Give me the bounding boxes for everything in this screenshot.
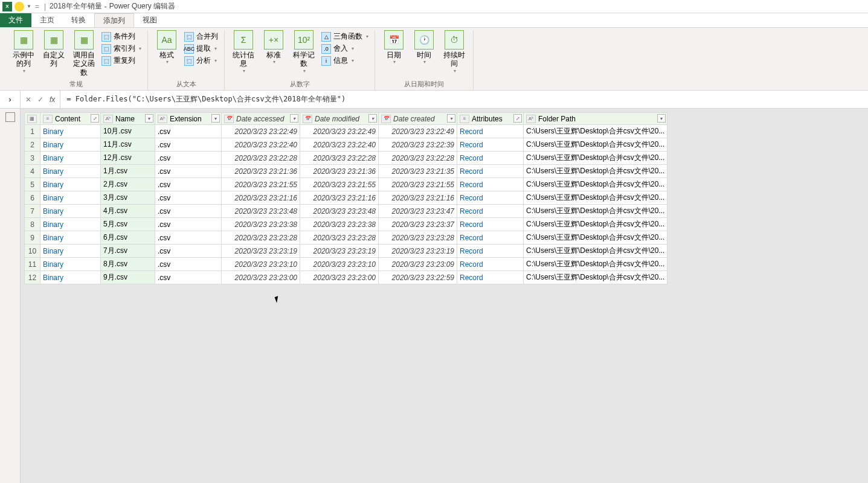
trigonometry-button[interactable]: △三角函数▾ xyxy=(321,31,368,42)
group-label-from-datetime: 从日期和时间 xyxy=(404,78,444,90)
rounding-button[interactable]: .0舍入▾ xyxy=(321,43,368,54)
ribbon-group-from-text: Aa格式▾ ⬚合并列 ABC提取▾ ⬚分析▾ 从文本 xyxy=(148,30,225,90)
duplicate-column-button[interactable]: ⬚重复列 xyxy=(101,56,141,66)
group-label-general: 常规 xyxy=(69,78,83,90)
statistics-button[interactable]: Σ统计信息▾ xyxy=(231,30,256,74)
duration-button[interactable]: ⏱持续时间▾ xyxy=(442,30,467,74)
title-separator: = xyxy=(35,2,39,11)
conditional-column-button[interactable]: ⬚条件列 xyxy=(101,31,141,42)
tab-add-column[interactable]: 添加列 xyxy=(94,13,134,27)
extract-button[interactable]: ABC提取▾ xyxy=(184,43,218,54)
qat-dropdown-icon[interactable]: ▼ xyxy=(27,4,31,9)
date-button[interactable]: 📅日期▾ xyxy=(381,30,407,65)
from-examples-button[interactable]: ▦示例中的列▾ xyxy=(11,30,36,74)
custom-column-button[interactable]: ▦自定义列 xyxy=(41,30,66,68)
excel-icon: X xyxy=(2,2,12,11)
information-button[interactable]: i信息▾ xyxy=(321,56,368,66)
tab-home[interactable]: 主页 xyxy=(31,13,63,27)
app-name: Power Query 编辑器 xyxy=(109,1,175,11)
ribbon-group-general: ▦示例中的列▾ ▦自定义列 ▦调用自定义函数 ⬚条件列 ⬚索引列▾ ⬚重复列 常… xyxy=(5,30,148,90)
ribbon: ▦示例中的列▾ ▦自定义列 ▦调用自定义函数 ⬚条件列 ⬚索引列▾ ⬚重复列 常… xyxy=(0,28,868,91)
merge-columns-button[interactable]: ⬚合并列 xyxy=(184,31,218,42)
tab-view[interactable]: 视图 xyxy=(134,13,166,27)
emoji-icon xyxy=(14,2,24,11)
ribbon-group-from-number: Σ统计信息▾ +×标准▾ 10²科学记数▾ △三角函数▾ .0舍入▾ i信息▾ … xyxy=(225,30,375,90)
tab-transform[interactable]: 转换 xyxy=(63,13,94,27)
ribbon-group-from-datetime: 📅日期▾ 🕐时间▾ ⏱持续时间▾ 从日期和时间 xyxy=(375,30,474,90)
group-label-from-number: 从数字 xyxy=(290,78,310,90)
scientific-button[interactable]: 10²科学记数▾ xyxy=(291,30,317,74)
parse-button[interactable]: ⬚分析▾ xyxy=(184,56,218,66)
document-name: 2018年全年销量 xyxy=(50,1,102,11)
invoke-function-button[interactable]: ▦调用自定义函数 xyxy=(71,30,97,77)
index-column-button[interactable]: ⬚索引列▾ xyxy=(101,43,141,54)
tab-file[interactable]: 文件 xyxy=(0,13,31,27)
time-button[interactable]: 🕐时间▾ xyxy=(411,30,437,65)
titlebar: X ▼ = | 2018年全年销量 - Power Query 编辑器 xyxy=(0,0,868,13)
standard-button[interactable]: +×标准▾ xyxy=(261,30,286,65)
ribbon-tabstrip: 文件 主页 转换 添加列 视图 xyxy=(0,13,868,28)
group-label-from-text: 从文本 xyxy=(176,78,196,90)
format-button[interactable]: Aa格式▾ xyxy=(154,30,179,65)
